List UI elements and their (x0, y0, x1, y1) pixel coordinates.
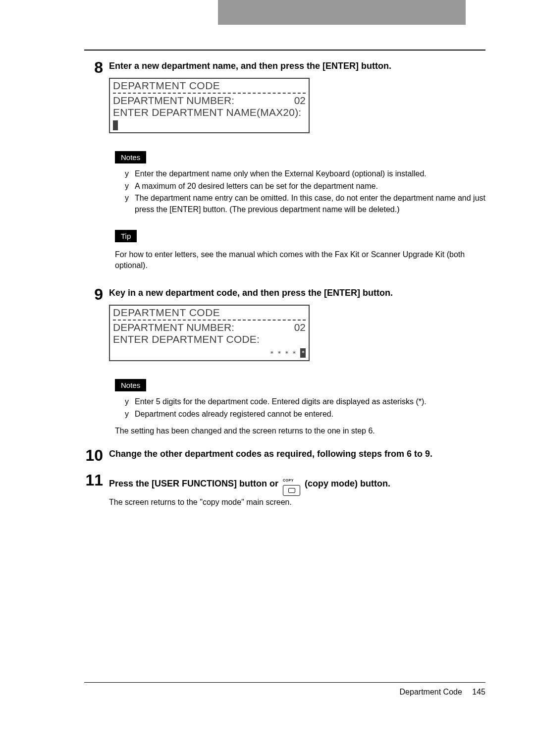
step-body-11: Press the [USER FUNCTIONS] button or COP… (109, 472, 485, 506)
copy-inner-icon (288, 488, 295, 493)
step-body-10: Change the other department codes as req… (109, 447, 485, 460)
bullet-icon: y (125, 181, 135, 192)
bullet-icon: y (125, 396, 135, 407)
step-number-9: 9 (84, 286, 109, 302)
step-8-details: Notes y Enter the department name only w… (115, 137, 485, 271)
lcd-dept-number-row: DEPARTMENT NUMBER: 02 (113, 322, 306, 333)
copy-mode-button-icon: COPY (283, 473, 300, 495)
step-body-9: Key in a new department code, and then p… (109, 286, 485, 361)
header-banner (218, 0, 466, 25)
lcd-dept-number-label: DEPARTMENT NUMBER: (113, 95, 234, 107)
step-body-8: Enter a new department name, and then pr… (109, 59, 485, 133)
lcd-panel-name: DEPARTMENT CODE DEPARTMENT NUMBER: 02 EN… (109, 78, 310, 133)
notes-label: Notes (115, 379, 146, 391)
step-10: 10 Change the other department codes as … (84, 447, 485, 463)
list-item: y Department codes already registered ca… (125, 409, 485, 420)
copy-box-icon (283, 485, 300, 496)
lcd-dept-number-value: 02 (294, 95, 306, 107)
notes-label: Notes (115, 151, 146, 163)
lcd-input-row (113, 118, 306, 130)
bullet-icon: y (125, 409, 135, 420)
page-footer: Department Code 145 (84, 682, 485, 697)
step-9-title: Key in a new department code, and then p… (109, 287, 485, 299)
lcd-dept-number-label: DEPARTMENT NUMBER: (113, 322, 234, 333)
masked-digits: ＊＊＊＊ (268, 349, 298, 357)
lcd-prompt: ENTER DEPARTMENT NAME(MAX20): (113, 107, 306, 118)
notes-list-8: y Enter the department name only when th… (125, 168, 485, 215)
note-text: Enter the department name only when the … (135, 168, 427, 179)
list-item: y Enter 5 digits for the department code… (125, 396, 485, 407)
note-text: Enter 5 digits for the department code. … (135, 396, 427, 407)
bullet-icon: y (125, 193, 135, 215)
tip-text: For how to enter letters, see the manual… (115, 249, 485, 271)
lcd-panel-code: DEPARTMENT CODE DEPARTMENT NUMBER: 02 EN… (109, 305, 310, 361)
list-item: y A maximum of 20 desired letters can be… (125, 181, 485, 192)
step-9-after-text: The setting has been changed and the scr… (115, 426, 485, 436)
step-number-10: 10 (84, 447, 109, 463)
cursor-icon (113, 120, 118, 130)
main-content: 8 Enter a new department name, and then … (84, 50, 485, 511)
step-number-11: 11 (84, 472, 109, 488)
step-8: 8 Enter a new department name, and then … (84, 59, 485, 133)
step-11-title-after: (copy mode) button. (305, 479, 390, 489)
lcd-title: DEPARTMENT CODE (113, 80, 306, 94)
step-9-details: Notes y Enter 5 digits for the departmen… (115, 365, 485, 436)
bullet-icon: y (125, 168, 135, 179)
footer-label: Department Code (400, 688, 462, 696)
lcd-title: DEPARTMENT CODE (113, 307, 306, 321)
list-item: y The department name entry can be omitt… (125, 193, 485, 215)
notes-list-9: y Enter 5 digits for the department code… (125, 396, 485, 420)
step-11-title-before: Press the [USER FUNCTIONS] button or (109, 479, 281, 489)
lcd-dept-number-value: 02 (294, 322, 306, 333)
list-item: y Enter the department name only when th… (125, 168, 485, 179)
note-text: The department name entry can be omitted… (135, 193, 485, 215)
note-text: A maximum of 20 desired letters can be s… (135, 181, 378, 192)
step-8-title: Enter a new department name, and then pr… (109, 60, 485, 72)
step-11-title: Press the [USER FUNCTIONS] button or COP… (109, 473, 485, 495)
page-number: 145 (472, 688, 485, 696)
lcd-prompt: ENTER DEPARTMENT CODE: (113, 333, 306, 345)
step-number-8: 8 (84, 59, 109, 75)
lcd-code-input: ＊＊＊＊＊ (113, 346, 306, 358)
note-text: Department codes already registered cann… (135, 409, 333, 420)
step-9: 9 Key in a new department code, and then… (84, 286, 485, 361)
tip-label: Tip (115, 230, 137, 242)
step-11-subtext: The screen returns to the "copy mode" ma… (109, 498, 485, 507)
copy-label: COPY (283, 479, 294, 482)
step-10-title: Change the other department codes as req… (109, 448, 485, 460)
step-11: 11 Press the [USER FUNCTIONS] button or … (84, 472, 485, 506)
cursor-asterisk-icon: ＊ (300, 348, 306, 358)
lcd-dept-number-row: DEPARTMENT NUMBER: 02 (113, 95, 306, 107)
